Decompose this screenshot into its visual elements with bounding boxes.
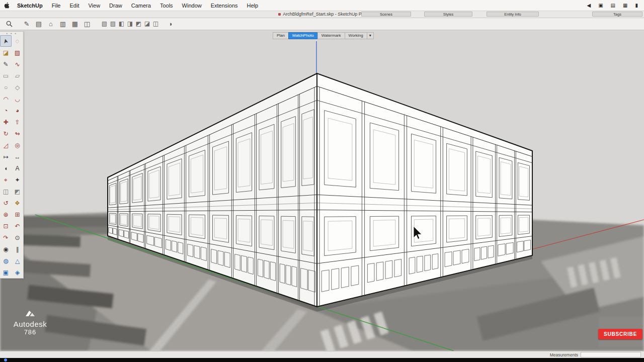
tool-push-pull[interactable]: ⇧: [12, 116, 23, 128]
tool-orbit[interactable]: ↺: [0, 197, 12, 209]
menu-items: FileEditViewDrawCameraToolsWindowExtensi…: [47, 0, 263, 11]
tool-rectangle-icon: ▭: [3, 73, 9, 79]
menu-Edit[interactable]: Edit: [65, 3, 84, 9]
tool-circle[interactable]: ○: [0, 81, 12, 93]
tool-zoom-extents[interactable]: ⊡: [0, 220, 12, 232]
tool-3d-text[interactable]: ✦: [12, 174, 23, 186]
tool-scale[interactable]: ◿: [0, 139, 12, 151]
style-monochrome-icon[interactable]: ◪: [143, 18, 151, 30]
tool-walk[interactable]: ∥: [12, 243, 23, 255]
menu-File[interactable]: File: [47, 3, 65, 9]
toolbar-material-icon[interactable]: ◗: [165, 18, 177, 30]
tool-protractor[interactable]: ◖: [0, 162, 12, 174]
toolbar-home-icon[interactable]: ⌂: [45, 18, 57, 30]
style-back-edges-icon[interactable]: ◫: [151, 18, 160, 30]
tool-next-view-icon: ↷: [3, 235, 8, 241]
tool-zoom-window-icon: ⊞: [15, 212, 20, 218]
scene-tab-Watermark[interactable]: Watermark: [317, 32, 345, 39]
toolbar-pencil-icon[interactable]: ✎: [21, 18, 33, 30]
toolbar-stage-icon[interactable]: ◫: [81, 18, 93, 30]
window-grid-icon[interactable]: ▦: [623, 0, 627, 11]
tray-panel-Entity Info[interactable]: Entity Info: [487, 12, 539, 17]
palette-drag-handle[interactable]: ● ● ●: [0, 32, 23, 35]
menu-View[interactable]: View: [84, 3, 105, 9]
style-textured-icon[interactable]: ◩: [134, 18, 143, 30]
menu-Help[interactable]: Help: [243, 3, 263, 9]
tool-paint-bucket[interactable]: ▨: [12, 47, 23, 58]
menu-Camera[interactable]: Camera: [127, 3, 155, 9]
tool-toggle-terrain-icon: △: [15, 258, 20, 264]
tool-previous-view[interactable]: ↶: [12, 220, 23, 232]
tool-look-around[interactable]: ◉: [0, 243, 12, 255]
tool-3d-text-icon: ✦: [15, 177, 20, 183]
tool-section-plane[interactable]: ◫: [0, 186, 12, 197]
tool-offset[interactable]: ◎: [12, 139, 23, 151]
tool-axes[interactable]: ⌖: [0, 174, 12, 186]
tool-freehand[interactable]: ∿: [12, 58, 23, 70]
toolbar-sheet-icon[interactable]: ▦: [69, 18, 81, 30]
style-hidden-line-icon[interactable]: ◧: [117, 18, 126, 30]
tool-lasso-icon: ◌: [16, 38, 19, 44]
tool-eraser[interactable]: ◪: [0, 47, 12, 58]
style-wireframe-icon[interactable]: ▨: [109, 18, 117, 30]
tool-tape-measure[interactable]: ↦: [0, 151, 12, 162]
tool-polygon[interactable]: ◇: [12, 81, 23, 93]
menu-Window[interactable]: Window: [178, 3, 206, 9]
display-icon[interactable]: ▤: [611, 0, 615, 11]
tool-pie[interactable]: ◕: [12, 105, 23, 116]
tool-preview-model[interactable]: ◈: [12, 266, 23, 278]
scene-tab-Plan[interactable]: Plan: [273, 32, 289, 39]
dock-indicator-dot: [4, 358, 7, 361]
menu-Tools[interactable]: Tools: [155, 3, 178, 9]
model-viewport[interactable]: [0, 30, 644, 351]
scene-tabs-overflow-icon[interactable]: ▾: [367, 32, 374, 39]
menu-Extensions[interactable]: Extensions: [206, 3, 243, 9]
scene-tab-MatchPhoto[interactable]: MatchPhoto: [288, 32, 318, 39]
tool-pan[interactable]: ❖: [12, 197, 23, 209]
tool-polygon-icon: ◇: [15, 84, 20, 90]
tool-text[interactable]: A: [12, 162, 23, 174]
tool-zoom[interactable]: ⊕: [0, 209, 12, 220]
window-title-bar[interactable]: ArchBldgfmRef_Start.skp - SketchUp Pro S…: [0, 11, 644, 18]
tool-dimension[interactable]: ↔: [12, 151, 23, 162]
tool-add-location[interactable]: ◍: [0, 255, 12, 266]
zoom-search-icon[interactable]: [6, 21, 13, 27]
style-xray-icon[interactable]: ▧: [100, 18, 109, 30]
chevron-left-icon[interactable]: ◀: [587, 0, 591, 11]
measurements-label: Measurements: [550, 352, 578, 357]
toolbar-pad-icon[interactable]: ▤: [33, 18, 45, 30]
tray-panel-Tags[interactable]: Tags: [592, 12, 642, 17]
tool-next-view[interactable]: ↷: [0, 232, 12, 243]
scene-tab-Working[interactable]: Working: [345, 32, 367, 39]
tool-two-point-arc[interactable]: ◡: [12, 93, 23, 105]
tool-section-fill[interactable]: ◩: [12, 186, 23, 197]
tool-select[interactable]: ➤: [0, 35, 12, 47]
tool-arc[interactable]: ◠: [0, 93, 12, 105]
tool-rectangle[interactable]: ▭: [0, 70, 12, 81]
tool-zoom-window[interactable]: ⊞: [12, 209, 23, 220]
tool-toggle-terrain[interactable]: △: [12, 255, 23, 266]
watermark-title: Autodesk: [8, 320, 52, 328]
tool-move[interactable]: ✚: [0, 116, 12, 128]
apple-menu-icon[interactable]: [4, 2, 10, 9]
tool-follow-me-icon: ↬: [15, 131, 20, 137]
tray-panel-Styles[interactable]: Styles: [424, 12, 472, 17]
tool-lasso[interactable]: ◌: [12, 35, 23, 47]
subscribe-button[interactable]: SUBSCRIBE: [598, 329, 642, 339]
style-shaded-icon[interactable]: ◨: [126, 18, 134, 30]
tool-photo-textures[interactable]: ▣: [0, 266, 12, 278]
tool-follow-me[interactable]: ↬: [12, 128, 23, 139]
tool-three-point-arc[interactable]: ◔: [0, 105, 12, 116]
battery-icon[interactable]: ▮: [635, 0, 638, 11]
tool-rotate[interactable]: ↻: [0, 128, 12, 139]
tray-panel-Scenes[interactable]: Scenes: [361, 12, 411, 17]
tool-line[interactable]: ✎: [0, 58, 12, 70]
tool-rotated-rectangle[interactable]: ▱: [12, 70, 23, 81]
menu-Draw[interactable]: Draw: [105, 3, 127, 9]
video-camera-icon[interactable]: ▣: [598, 0, 603, 11]
toolbar-printer-icon[interactable]: ▥: [57, 18, 69, 30]
tool-move-icon: ✚: [3, 119, 8, 125]
tool-position-camera[interactable]: ⊙: [12, 232, 23, 243]
measurements-input[interactable]: [581, 352, 641, 357]
app-menu[interactable]: SketchUp: [13, 0, 47, 11]
